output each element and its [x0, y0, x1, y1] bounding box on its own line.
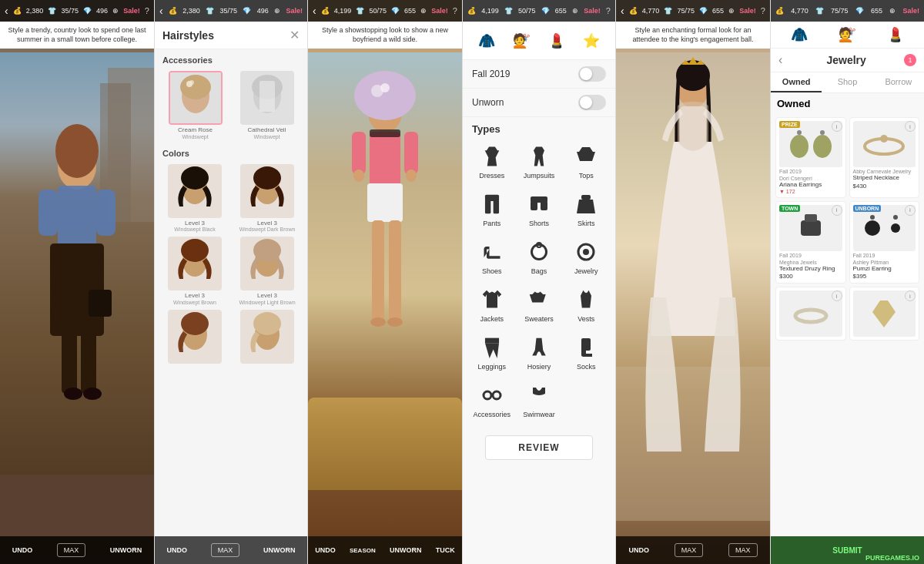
max-btn-5b[interactable]: MAX — [728, 543, 758, 557]
makeup-tab[interactable]: 💄 — [548, 32, 565, 49]
nav-back-3[interactable]: ‹ — [313, 5, 316, 17]
nav-back-5[interactable]: ‹ — [621, 5, 624, 17]
tab-owned[interactable]: Owned — [771, 72, 822, 92]
unworn-btn-1[interactable]: UNWORN — [110, 546, 142, 554]
items-icon-3: 👕 — [356, 7, 364, 15]
close-hairstyles[interactable]: ✕ — [290, 28, 300, 42]
info-btn-1[interactable]: i — [905, 121, 916, 132]
subtitle-5: Style an enchanting formal look for an a… — [616, 22, 770, 49]
season-btn-3[interactable]: SEASON — [350, 547, 376, 554]
color-item-5[interactable] — [233, 310, 301, 364]
undo-btn-5[interactable]: UNDO — [628, 546, 649, 554]
max-btn-2[interactable]: MAX — [211, 543, 240, 557]
colors-grid: Level 3 Windswept Black Level 3 Windswep… — [155, 161, 307, 367]
type-swimwear[interactable]: Swimwear — [516, 377, 561, 423]
undo-btn-3[interactable]: UNDO — [315, 546, 336, 554]
accessory-sublabel-1: Windswept — [233, 134, 301, 139]
jewelry-item-3[interactable]: UNBORN i Fall 2019 Ashley Pittman Pumzi … — [849, 201, 920, 284]
plus-icon-3[interactable]: ⊕ — [420, 7, 427, 15]
svg-rect-4 — [81, 332, 96, 394]
plus-icon-6[interactable]: ⊕ — [889, 7, 896, 15]
help-5[interactable]: ? — [761, 6, 765, 15]
unworn-toggle[interactable] — [578, 95, 606, 110]
info-btn-2[interactable]: i — [832, 205, 842, 216]
color-item-0[interactable]: Level 3 Windswept Black — [161, 164, 229, 233]
svg-point-50 — [406, 170, 417, 182]
star-tab[interactable]: ⭐ — [583, 32, 600, 49]
type-jewelry[interactable]: Jewelry — [564, 233, 609, 280]
type-vests[interactable]: Vests — [564, 281, 609, 327]
plus-icon-4[interactable]: ⊕ — [572, 7, 578, 15]
type-jumpsuits[interactable]: Jumpsuits — [516, 138, 561, 184]
type-pants[interactable]: Pants — [469, 186, 514, 232]
type-dresses[interactable]: Dresses — [469, 138, 514, 184]
diamond-icon-6: 💎 — [855, 7, 864, 15]
type-sweaters[interactable]: Sweaters — [516, 281, 561, 327]
unworn-filter-row: Unworn — [463, 89, 615, 117]
jewelry-item-2[interactable]: TOWN i Fall 2019 Meghna Jewels Textured … — [775, 201, 846, 284]
jewelry-item-5[interactable]: i — [849, 287, 920, 341]
jewelry-item-1[interactable]: i Abby Carnevale Jewelry Striped Necklac… — [849, 117, 920, 198]
unborn-badge-3: UNBORN — [853, 205, 882, 212]
color-item-2[interactable]: Level 3 Windswept Brown — [161, 237, 229, 305]
svg-rect-56 — [541, 201, 547, 210]
type-jackets[interactable]: Jackets — [469, 281, 514, 327]
type-tops[interactable]: Tops — [564, 138, 609, 184]
help-1[interactable]: ? — [145, 6, 149, 15]
jewelry-item-0[interactable]: PRIZE i Fall 2019 Dori Csengeri Ariana E… — [775, 117, 846, 198]
type-shorts[interactable]: Shorts — [516, 186, 561, 232]
type-bags[interactable]: Bags — [516, 233, 561, 280]
svg-point-66 — [493, 391, 500, 399]
hair-tab[interactable]: 💇 — [513, 32, 530, 49]
jewelry-item-4[interactable]: i — [775, 287, 846, 341]
pants-icon — [478, 190, 506, 218]
type-shoes[interactable]: Shoes — [469, 233, 514, 280]
undo-btn-2[interactable]: UNDO — [166, 546, 187, 554]
tab-borrow[interactable]: Borrow — [873, 72, 924, 92]
color-name-0: Windswept Black — [161, 227, 229, 232]
info-btn-4[interactable]: i — [832, 290, 842, 301]
hair-item-1[interactable]: Cathedral Veil Windswept — [233, 71, 301, 139]
tuck-btn-3[interactable]: TUCK — [436, 546, 455, 554]
nav-back-1[interactable]: ‹ — [5, 5, 8, 17]
items-1: 35/75 — [61, 7, 79, 15]
game-panel-5: ‹ 💰 4,770 👕 75/75 💎 655 ⊕ Sale! ? Style … — [616, 0, 770, 564]
max-btn-1[interactable]: MAX — [57, 543, 86, 557]
tops-label: Tops — [579, 172, 594, 180]
type-accessories[interactable]: Accessories — [469, 377, 514, 423]
hair-item-0[interactable]: Cream Rose Windswept — [161, 71, 229, 139]
review-button[interactable]: REVIEW — [485, 435, 593, 460]
jewelry-designer-2: Meghna Jewels — [779, 260, 842, 265]
max-btn-5a[interactable]: MAX — [675, 543, 704, 557]
submit-btn[interactable]: SUBMIT — [832, 546, 862, 555]
hanger-tab[interactable]: 🧥 — [478, 32, 495, 49]
unworn-btn-3[interactable]: UNWORN — [390, 546, 422, 554]
plus-icon-1[interactable]: ⊕ — [112, 7, 119, 15]
plus-icon-2[interactable]: ⊕ — [274, 7, 280, 15]
jewelry-back-btn[interactable]: ‹ — [778, 53, 782, 67]
items-4: 50/75 — [518, 7, 536, 15]
type-hosiery[interactable]: Hosiery — [516, 329, 561, 375]
type-skirts[interactable]: Skirts — [564, 186, 609, 232]
undo-btn-1[interactable]: UNDO — [12, 546, 33, 554]
shorts-icon — [525, 190, 553, 218]
color-item-1[interactable]: Level 3 Windswept Dark Brown — [233, 164, 301, 233]
fall-toggle[interactable] — [578, 66, 606, 82]
hairstyles-title: Hairstyles — [162, 29, 214, 42]
hanger-tab-6[interactable]: 🧥 — [791, 26, 808, 43]
info-btn-3[interactable]: i — [905, 205, 916, 216]
tab-shop[interactable]: Shop — [822, 72, 872, 92]
color-item-4[interactable] — [161, 310, 229, 364]
help-3[interactable]: ? — [453, 6, 457, 15]
nav-back-2[interactable]: ‹ — [159, 5, 163, 17]
info-btn-0[interactable]: i — [832, 121, 842, 132]
type-leggings[interactable]: Leggings — [469, 329, 514, 375]
color-item-3[interactable]: Level 3 Windswept Light Brown — [233, 237, 301, 305]
swimwear-label: Swimwear — [523, 411, 555, 418]
makeup-tab-6[interactable]: 💄 — [887, 26, 904, 43]
type-socks[interactable]: Socks — [564, 329, 609, 375]
bottom-bar-5: UNDO MAX MAX — [616, 536, 770, 564]
plus-icon-5[interactable]: ⊕ — [728, 7, 735, 15]
unworn-btn-2[interactable]: UNWORN — [263, 546, 296, 554]
hair-tab-6[interactable]: 💇 — [839, 26, 855, 43]
